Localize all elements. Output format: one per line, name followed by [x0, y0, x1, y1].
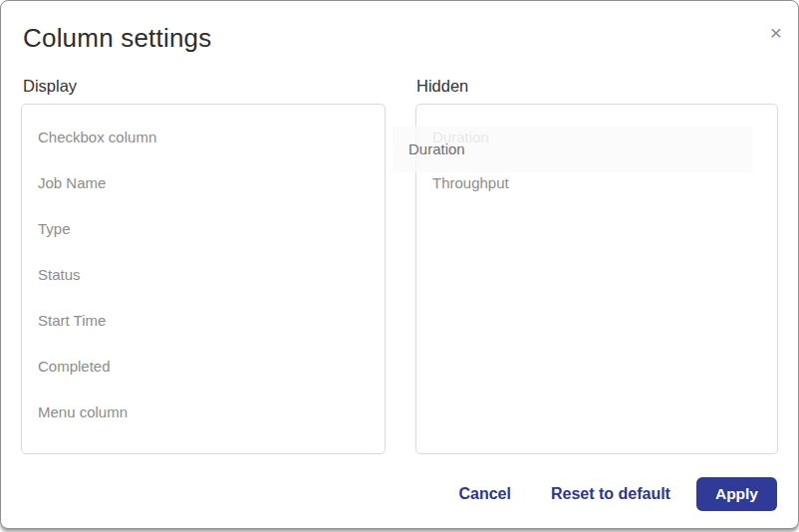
reset-to-default-button[interactable]: Reset to default: [551, 485, 670, 503]
list-item-job-name[interactable]: Job Name: [22, 160, 385, 206]
list-item-type[interactable]: Type: [22, 206, 385, 252]
page-title: Column settings: [23, 23, 211, 54]
column-settings-dialog: Column settings × Display Hidden Checkbo…: [0, 0, 799, 529]
apply-button[interactable]: Apply: [696, 477, 777, 511]
list-item-completed[interactable]: Completed: [22, 344, 385, 390]
drag-preview-duration[interactable]: Duration: [393, 127, 753, 172]
list-item-menu-column[interactable]: Menu column: [22, 390, 385, 435]
list-item-start-time[interactable]: Start Time: [22, 298, 385, 344]
dialog-footer: Cancel Reset to default Apply: [458, 477, 777, 511]
list-item-checkbox-column[interactable]: Checkbox column: [22, 115, 385, 160]
list-item-status[interactable]: Status: [22, 252, 385, 298]
display-section-label: Display: [23, 77, 77, 96]
display-columns-list: Checkbox column Job Name Type Status Sta…: [21, 104, 386, 454]
cancel-button[interactable]: Cancel: [458, 485, 510, 503]
close-icon[interactable]: ×: [764, 21, 788, 45]
hidden-section-label: Hidden: [416, 77, 468, 96]
